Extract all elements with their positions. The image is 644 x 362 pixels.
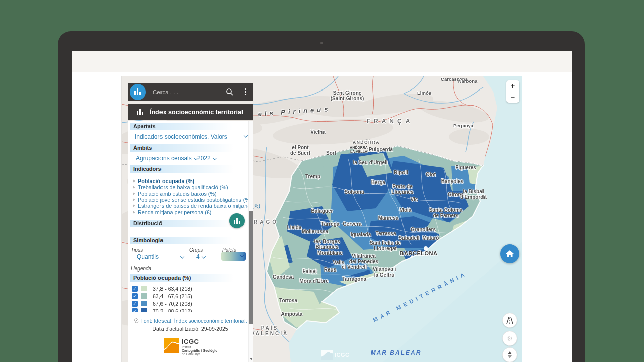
indicator-row[interactable]: Treballadors de baixa qualificació (%)	[132, 184, 251, 190]
menu-kebab-icon[interactable]	[245, 91, 246, 93]
ambits-select-territory[interactable]: Agrupacions censals	[136, 155, 197, 162]
legend-range: 70,2 - 88,6 (212)	[153, 308, 192, 312]
chevron-down-icon	[212, 156, 216, 160]
indicator-link[interactable]: Població jove sense estudis postobligato…	[138, 197, 252, 203]
tipus-label: Tipus	[131, 247, 143, 253]
legend-row: ✓ 70,2 - 88,6 (212)	[132, 307, 248, 312]
distribution-chart-button[interactable]	[229, 213, 245, 228]
search-bar	[128, 83, 253, 101]
legend-row: ✓ 63,4 - 67,6 (215)	[132, 292, 248, 300]
up-down-arrows-icon	[507, 350, 513, 359]
indicator-link[interactable]: Població ocupada (%)	[138, 178, 194, 184]
gear-icon: ⚙	[507, 335, 513, 342]
indicator-row[interactable]: Estrangers de països de renda baixa o mi…	[132, 203, 251, 209]
section-simbologia: Simbologia	[130, 237, 233, 244]
indicator-row[interactable]: Població jove sense estudis postobligato…	[132, 197, 251, 203]
camera-dot	[320, 42, 323, 44]
section-ambits: Àmbits	[130, 144, 233, 152]
checkbox-checked[interactable]: ✓	[132, 286, 138, 292]
ambits-select-year[interactable]: 2022	[197, 155, 216, 162]
icgc-logo-mark	[164, 338, 179, 353]
icgc-logo-text: ICGC Institut Cartogràfic i Geològic de …	[182, 338, 217, 356]
device-bezel: Carcassona Narbona Limós Sent Gironç (Sa…	[58, 31, 585, 362]
app-logo[interactable]	[130, 84, 146, 100]
source-link-row: Font: Idescat. Índex socioeconòmic terri…	[128, 318, 253, 324]
road-icon	[505, 316, 515, 325]
grups-label: Grups	[189, 247, 203, 253]
triangle-icon	[133, 179, 135, 183]
icgc-logo[interactable]: ICGC Institut Cartogràfic i Geològic de …	[164, 338, 217, 356]
side-panel: Apartats Indicadors socioeconòmics. Valo…	[128, 121, 253, 362]
apartats-value: Indicadors socioeconòmics. Valors	[135, 133, 227, 140]
indicator-row[interactable]: Població ocupada (%)	[132, 178, 251, 184]
legend-row: ✓ 67,6 - 70,2 (208)	[132, 300, 248, 307]
triangle-icon	[133, 186, 135, 189]
page-top-band	[72, 51, 572, 72]
grups-select[interactable]: 4	[196, 253, 205, 260]
triangle-icon	[133, 204, 135, 207]
triangle-icon	[133, 211, 135, 214]
indicator-link[interactable]: Població amb estudis baixos (%)	[138, 191, 217, 197]
chevron-down-icon	[180, 254, 184, 258]
update-date: Data d'actualització: 29-09-2025	[128, 326, 253, 332]
checkbox-checked[interactable]: ✓	[132, 301, 138, 307]
home-icon	[505, 250, 514, 258]
zoom-in-button[interactable]: +	[506, 80, 519, 92]
home-button[interactable]	[500, 244, 519, 263]
apartats-select[interactable]: Indicadors socioeconòmics. Valors	[135, 133, 227, 140]
triangle-icon	[133, 192, 135, 195]
panel-scrollbar[interactable]: ▼	[248, 121, 253, 362]
indicator-link[interactable]: Renda mitjana per persona (€)	[138, 209, 211, 215]
source-link[interactable]: Font: Idescat. Índex socioeconòmic terri…	[140, 318, 247, 324]
legend-range: 63,4 - 67,6 (215)	[153, 293, 192, 299]
grups-value: 4	[196, 253, 200, 260]
chevron-down-icon	[240, 253, 244, 257]
section-apartats: Apartats	[130, 123, 233, 130]
indicator-list: Població ocupada (%) Treballadors de bai…	[132, 178, 251, 215]
ambits-territory-value: Agrupacions censals	[136, 155, 192, 162]
indicator-link[interactable]: Treballadors de baixa qualificació (%)	[138, 184, 228, 190]
elevation-button[interactable]	[502, 347, 517, 362]
section-distribucio: Distribució	[130, 220, 233, 227]
browser-viewport: Carcassona Narbona Limós Sent Gironç (Sa…	[72, 51, 572, 362]
legend-swatch	[141, 301, 147, 306]
checkbox-checked[interactable]: ✓	[132, 308, 138, 312]
bar-chart-icon	[234, 218, 240, 224]
indicator-row[interactable]: Població amb estudis baixos (%)	[132, 191, 251, 197]
link-icon	[134, 318, 139, 323]
chevron-down-icon	[201, 254, 205, 258]
legend-swatch	[141, 286, 147, 291]
icgc-watermark: ICGC	[321, 350, 350, 360]
map-application: Carcassona Narbona Limós Sent Gironç (Sa…	[122, 76, 522, 362]
search-input[interactable]	[153, 89, 208, 95]
ambits-year-value: 2022	[197, 155, 211, 162]
legend-range: 67,6 - 70,2 (208)	[153, 301, 192, 307]
section-indicadors: Indicadors	[130, 165, 233, 173]
legend-range: 37,8 - 63,4 (218)	[153, 286, 192, 292]
tipus-select[interactable]: Quantils	[137, 253, 184, 260]
checkbox-checked[interactable]: ✓	[132, 293, 138, 299]
legend-list: ✓ 37,8 - 63,4 (218) ✓ 63,4 - 67,6 (215)	[132, 285, 248, 312]
legend-swatch	[141, 293, 147, 299]
palette-select[interactable]	[221, 252, 246, 261]
triangle-icon	[133, 198, 135, 201]
llegenda-label: Llegenda	[131, 266, 151, 272]
zoom-out-button[interactable]: −	[506, 92, 519, 103]
panel-title-bar: Índex socioeconòmic territorial	[128, 104, 253, 120]
scrollbar-thumb[interactable]	[249, 211, 253, 324]
bar-chart-icon	[134, 88, 141, 95]
search-icon[interactable]	[226, 88, 234, 98]
streetview-button[interactable]	[502, 313, 517, 328]
legend-title: Població ocupada (%)	[130, 274, 233, 282]
bar-chart-icon	[137, 109, 143, 115]
scrollbar-down-arrow[interactable]: ▼	[249, 357, 254, 361]
indicator-link[interactable]: Estrangers de països de renda baixa o mi…	[138, 203, 260, 209]
legend-swatch	[141, 308, 147, 312]
zoom-control: + −	[506, 80, 519, 103]
panel-title: Índex socioeconòmic territorial	[150, 109, 243, 116]
tipus-value: Quantils	[137, 253, 159, 260]
chevron-down-icon	[244, 133, 248, 137]
legend-row: ✓ 37,8 - 63,4 (218)	[132, 285, 248, 292]
settings-button[interactable]: ⚙	[502, 331, 517, 346]
